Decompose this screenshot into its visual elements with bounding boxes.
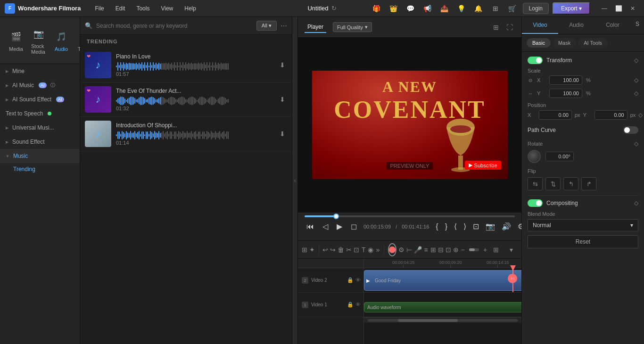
share-icon[interactable]: 📤	[438, 2, 451, 15]
tool-media[interactable]: 🎬 Media	[5, 26, 27, 55]
flip-4-button[interactable]: ↱	[581, 177, 596, 190]
transform-toggle[interactable]	[528, 57, 543, 64]
track1-lock-icon[interactable]: 🔒	[347, 302, 354, 308]
delete-button[interactable]: 🗑	[338, 243, 344, 256]
subtab-mask[interactable]: Mask	[553, 38, 576, 48]
pos-keyframe[interactable]: ◇	[638, 112, 643, 118]
menu-tools[interactable]: Tools	[132, 3, 154, 14]
progress-thumb[interactable]	[333, 213, 339, 219]
sidebar-item-tts[interactable]: Text to Speech	[0, 106, 80, 121]
search-input[interactable]	[96, 23, 253, 29]
snapshot-icon[interactable]: 📷	[484, 221, 497, 232]
sidebar-item-universal[interactable]: ▶ Universal Musi...	[0, 121, 80, 135]
sidebar-item-sound-effect[interactable]: ▶ Sound Effect	[0, 135, 80, 149]
cut-button[interactable]: ✂	[346, 243, 352, 256]
more-options-icon[interactable]: ⋯	[281, 22, 287, 30]
frame-back-button[interactable]: ◁	[321, 221, 330, 232]
sidebar-item-ai-music[interactable]: ▶ AI Music AI ⓘ	[0, 78, 80, 92]
track1-eye-icon[interactable]: 👁	[355, 302, 361, 308]
tool-audio[interactable]: 🎵 Audio	[50, 26, 73, 55]
skip-back-button[interactable]: ⏮	[305, 221, 316, 232]
panel-collapse-handle[interactable]: ‹	[292, 17, 298, 344]
stop-button[interactable]: ◻	[349, 221, 359, 232]
scrollbar-track[interactable]	[368, 319, 518, 322]
download-icon[interactable]: ⬇	[278, 94, 287, 105]
redo-button[interactable]: ↪	[330, 243, 336, 256]
settings2-button[interactable]: ⚙	[398, 243, 405, 256]
text-button[interactable]: T	[361, 243, 366, 256]
record-button[interactable]	[388, 243, 396, 256]
audio-icon[interactable]: 🔊	[500, 221, 513, 232]
crop-button[interactable]: ⊡	[354, 243, 359, 256]
tl-icon8[interactable]: ⊡	[446, 243, 451, 256]
scale-x-keyframe[interactable]: ◇	[634, 77, 638, 83]
blend-mode-selector[interactable]: Normal ▾	[528, 219, 638, 231]
marker-button[interactable]: ⊢	[406, 243, 412, 256]
scissors-icon[interactable]: ✂	[508, 274, 517, 283]
close-button[interactable]: ✕	[626, 2, 639, 15]
flip-v-button[interactable]: ⇅	[545, 177, 561, 190]
filter-all-button[interactable]: All ▾	[256, 21, 277, 31]
social-icon[interactable]: 📢	[421, 2, 434, 15]
download-icon[interactable]: ⬇	[278, 59, 287, 71]
subtab-ai-tools[interactable]: AI Tools	[578, 38, 608, 48]
more-tools-btn[interactable]: »	[375, 243, 380, 256]
path-curve-toggle[interactable]	[623, 126, 638, 134]
tab-video[interactable]: Video	[522, 17, 558, 34]
scale-x-input[interactable]	[549, 75, 582, 85]
notification-icon[interactable]: 🔔	[472, 2, 485, 15]
pos-x-input[interactable]	[539, 110, 572, 120]
undo-button[interactable]: ↩	[322, 243, 328, 256]
flip-3-button[interactable]: ↰	[563, 177, 578, 190]
track-item[interactable]: ❤ ♪ Piano In Love 01:57 ⬇	[80, 48, 292, 82]
flip-h-button[interactable]: ⇆	[528, 177, 543, 190]
tool-stock[interactable]: 📷 Stock Media	[27, 24, 50, 57]
maximize-button[interactable]: ⬜	[612, 2, 625, 15]
compositing-toggle[interactable]	[528, 199, 543, 207]
progress-bar[interactable]	[305, 215, 515, 217]
track-item[interactable]: ♪ Introduction Of Shoppi... 01:14 ⬇	[80, 117, 292, 151]
cart-icon[interactable]: 🛒	[506, 2, 519, 15]
menu-view[interactable]: View	[156, 3, 178, 14]
pip-icon[interactable]: ⊡	[471, 221, 481, 232]
subtitle-button[interactable]: ≡	[424, 243, 429, 256]
layout-btn[interactable]: ⊞	[489, 243, 503, 256]
audio-clip[interactable]: Audio waveform	[364, 302, 521, 312]
play-button[interactable]: ▶	[335, 221, 344, 232]
track-item[interactable]: ❤ ♪ The Eve Of Thunder Act... 01:32 ⬇	[80, 82, 292, 117]
next-marker-icon[interactable]: ⟩	[462, 221, 468, 232]
track2-lock-icon[interactable]: 🔒	[347, 277, 354, 283]
download-icon[interactable]: ⬇	[278, 128, 287, 139]
feedback-icon[interactable]: 💡	[455, 2, 468, 15]
refresh-icon[interactable]: ↻	[331, 5, 337, 12]
login-button[interactable]: Login	[523, 3, 549, 14]
layout2-btn[interactable]: ▾	[504, 243, 518, 256]
video-clip[interactable]: ▶ Good Friday	[364, 270, 521, 291]
tab-extra[interactable]: S	[631, 17, 644, 34]
scale-y-keyframe[interactable]: ◇	[634, 90, 638, 97]
compositing-keyframe[interactable]: ◇	[634, 200, 638, 206]
settings-icon[interactable]: ⚙	[516, 221, 521, 232]
rotate-input[interactable]	[545, 152, 574, 161]
pos-y-input[interactable]	[594, 110, 627, 120]
subtab-basic[interactable]: Basic	[527, 38, 551, 48]
mark-out-icon[interactable]: }	[443, 221, 449, 232]
menu-file[interactable]: File	[90, 3, 108, 14]
sidebar-item-ai-sound[interactable]: ▶ AI Sound Effect AI	[0, 92, 80, 106]
player-tab[interactable]: Player	[305, 22, 326, 33]
voice-button[interactable]: 🎤	[414, 243, 422, 256]
tab-color[interactable]: Color	[594, 17, 631, 34]
tab-audio[interactable]: Audio	[558, 17, 594, 34]
fullscreen-icon[interactable]: ⛶	[504, 22, 515, 33]
tl-icon10[interactable]: −	[461, 243, 465, 256]
mark-in-icon[interactable]: {	[434, 221, 440, 232]
rotate-keyframe[interactable]: ◇	[634, 140, 638, 147]
sidebar-subitem-trending[interactable]: Trending	[0, 163, 80, 175]
crown-icon[interactable]: 👑	[387, 2, 400, 15]
rotate-dial[interactable]	[528, 150, 541, 163]
tl-icon9[interactable]: ⊕	[453, 243, 459, 256]
sidebar-item-mine[interactable]: ▶ Mine	[0, 64, 80, 78]
track2-eye-icon[interactable]: 👁	[355, 277, 361, 283]
volume-slider[interactable]	[469, 248, 479, 251]
export-button[interactable]: Export ▾	[553, 2, 590, 15]
